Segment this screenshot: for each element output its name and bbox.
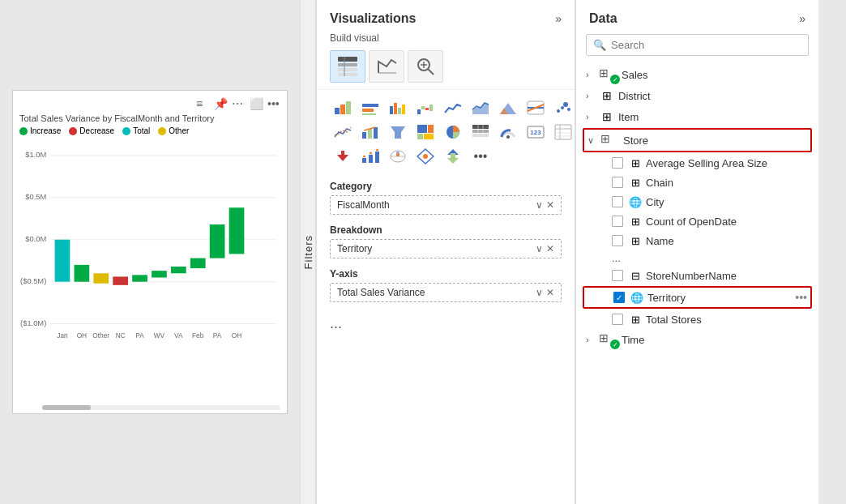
svg-text:$1.0M: $1.0M <box>25 151 46 159</box>
viz-table-icon[interactable] <box>330 50 365 83</box>
viz-grid-treemap[interactable] <box>412 121 438 143</box>
tree-ellipsis: ... <box>583 250 812 266</box>
tree-child-total-stores[interactable]: ⊞ Total Stores <box>583 310 812 329</box>
svg-rect-70 <box>417 134 423 139</box>
viz-grid-mountain[interactable] <box>495 96 521 119</box>
field-breakdown-actions: ∨ ✕ <box>536 243 554 254</box>
checkbox-count-opendate[interactable] <box>612 216 623 227</box>
field-section-category: Category FiscalMonth ∨ ✕ <box>330 181 562 215</box>
svg-text:WV: WV <box>154 331 165 340</box>
svg-text:PA: PA <box>213 331 222 340</box>
legend-total: Total <box>122 126 150 135</box>
viz-grid-matrix[interactable] <box>468 121 494 143</box>
tree-item-item[interactable]: › ⊞ Item <box>583 106 812 127</box>
viz-grid-area[interactable] <box>468 96 494 119</box>
tree-child-avg-selling[interactable]: ⊞ Average Selling Area Size <box>583 153 812 173</box>
tree-chevron-item[interactable]: › <box>586 112 599 122</box>
tree-chevron-sales[interactable]: › <box>586 70 599 79</box>
viz-grid-waterfall[interactable] <box>412 96 438 119</box>
data-expand-icon[interactable]: » <box>799 12 805 25</box>
tree-item-store[interactable]: ∨ ⊞ Store <box>584 130 810 151</box>
field-yaxis-remove[interactable]: ✕ <box>546 287 554 298</box>
tree-chevron-district[interactable]: › <box>586 91 599 100</box>
viz-grid-line[interactable] <box>440 96 466 119</box>
chart-scrollbar[interactable] <box>42 405 280 410</box>
more-icon[interactable]: ••• <box>267 97 280 110</box>
field-breakdown-chevron[interactable]: ∨ <box>536 243 543 254</box>
checkbox-territory[interactable] <box>613 292 625 303</box>
field-yaxis-pill[interactable]: Total Sales Variance ∨ ✕ <box>330 283 562 302</box>
viz-grid-bar-line[interactable] <box>357 121 383 143</box>
checkbox-chain[interactable] <box>612 177 623 188</box>
svg-marker-86 <box>337 155 348 161</box>
tree-item-sales[interactable]: › ⊞ ✓ Sales <box>583 64 812 85</box>
svg-rect-13 <box>113 276 128 284</box>
field-breakdown-label: Breakdown <box>330 224 562 236</box>
field-category-text: FiscalMonth <box>337 199 390 211</box>
viz-grid-funnel[interactable] <box>385 121 411 143</box>
tree-item-district[interactable]: › ⊞ District <box>583 85 812 106</box>
viz-grid-pie[interactable] <box>440 121 466 143</box>
field-category-chevron[interactable]: ∨ <box>536 199 543 211</box>
tree-label-time: Time <box>622 334 809 346</box>
field-breakdown-remove[interactable]: ✕ <box>546 243 554 254</box>
field-category-remove[interactable]: ✕ <box>546 199 554 211</box>
field-breakdown-pill[interactable]: Territory ∨ ✕ <box>330 239 562 258</box>
filter-icon[interactable]: ≡ <box>196 97 209 110</box>
checkbox-total-stores[interactable] <box>612 314 623 325</box>
viz-grid-ribbon[interactable] <box>523 96 549 119</box>
chart-scrollbar-thumb[interactable] <box>42 405 91 410</box>
viz-collapse-icon[interactable]: » <box>555 12 562 25</box>
tree-chevron-time[interactable]: › <box>586 335 599 344</box>
tree-child-name[interactable]: ⊞ Name <box>583 231 812 250</box>
svg-text:Jan: Jan <box>57 331 68 340</box>
filters-tab[interactable]: Filters <box>300 0 316 504</box>
viz-grid-map[interactable] <box>385 145 411 168</box>
field-more-dots[interactable]: ... <box>330 312 562 335</box>
funnel-icon[interactable]: ⋯ <box>232 97 245 110</box>
tree-child-count-opendate[interactable]: ⊞ Count of OpenDate <box>583 211 812 231</box>
viz-grid-line2[interactable] <box>330 121 356 143</box>
viz-grid-diamond[interactable] <box>412 145 438 168</box>
svg-point-60 <box>557 109 560 113</box>
tree-child-storenumbername[interactable]: ⊟ StoreNumberName <box>583 266 812 285</box>
checkbox-storenumbername[interactable] <box>612 270 623 281</box>
svg-point-61 <box>561 106 564 109</box>
viz-grid-bar-chart[interactable] <box>357 96 383 119</box>
viz-grid-gauge[interactable] <box>495 121 521 143</box>
viz-grid-more[interactable]: ••• <box>468 145 494 168</box>
viz-chart-icon[interactable] <box>369 50 404 83</box>
tree-chevron-store[interactable]: ∨ <box>588 135 600 146</box>
viz-grid-table2[interactable] <box>550 121 575 143</box>
svg-rect-68 <box>417 125 427 133</box>
svg-point-98 <box>423 154 428 159</box>
svg-rect-43 <box>362 104 378 107</box>
viz-grid-scatter[interactable] <box>550 96 575 119</box>
viz-grid-multi-bar[interactable] <box>385 96 411 119</box>
viz-grid-down-arrow[interactable] <box>330 145 356 168</box>
viz-search-chart-icon[interactable] <box>408 50 443 83</box>
legend-dot-other <box>158 127 166 135</box>
legend-label-increase: Increase <box>30 126 61 135</box>
pin-icon[interactable]: 📌 <box>214 97 227 110</box>
viz-grid-mixed[interactable] <box>357 145 383 168</box>
search-input[interactable] <box>611 39 801 51</box>
viz-grid-card[interactable]: 123 <box>523 121 549 143</box>
chart-svg: $1.0M $0.5M $0.0M ($0.5M) ($1.0M) <box>19 140 280 351</box>
tree-child-territory[interactable]: 🌐 Territory ••• <box>584 288 810 307</box>
field-category-pill[interactable]: FiscalMonth ∨ ✕ <box>330 195 562 215</box>
viz-grid-arrows[interactable] <box>440 145 466 168</box>
tree-territory-more[interactable]: ••• <box>795 291 807 304</box>
checkbox-city[interactable] <box>612 196 623 207</box>
checkbox-avg-selling[interactable] <box>612 157 623 169</box>
field-yaxis-chevron[interactable]: ∨ <box>536 287 543 298</box>
search-box[interactable]: 🔍 <box>586 34 809 56</box>
tree-item-time[interactable]: › ⊞ ✓ Time <box>583 329 812 350</box>
tree-child-chain[interactable]: ⊞ Chain <box>583 173 812 192</box>
svg-text:NC: NC <box>116 331 126 340</box>
legend-label-other: Other <box>169 126 189 135</box>
viz-grid-stacked-bar[interactable] <box>330 96 356 119</box>
focus-icon[interactable]: ⬜ <box>250 97 263 110</box>
tree-child-city[interactable]: 🌐 City <box>583 192 812 211</box>
checkbox-name[interactable] <box>612 235 623 246</box>
